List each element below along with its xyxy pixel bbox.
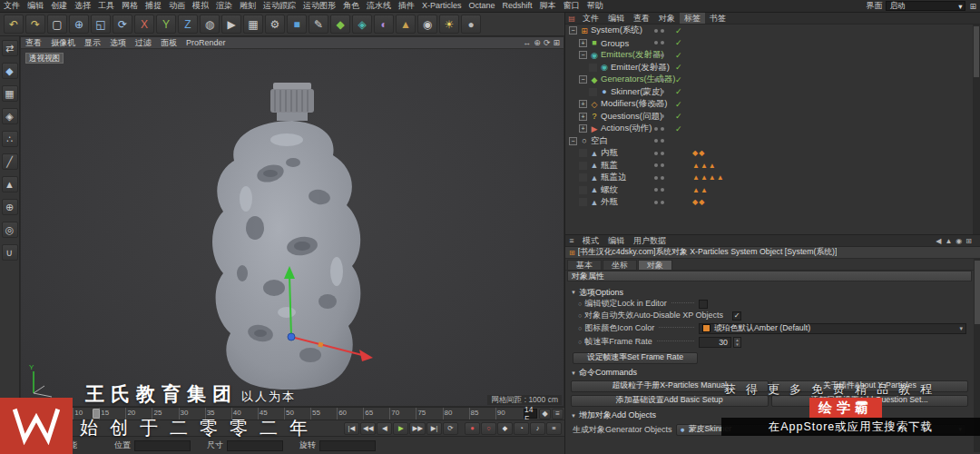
menu-item[interactable]: 脚本 xyxy=(536,0,560,12)
workplane-mode-icon[interactable]: ◈ xyxy=(2,108,18,124)
keyframe-interpolation-icon[interactable]: ◔ xyxy=(514,422,529,435)
next-frame-icon[interactable]: ▶▶ xyxy=(409,422,426,435)
timeline-tick[interactable]: 30 xyxy=(179,408,205,419)
group-commands[interactable]: ▼ 命令Commands xyxy=(565,368,974,379)
menu-item[interactable]: 网格 xyxy=(118,0,142,12)
expand-toggle-icon[interactable] xyxy=(589,88,597,96)
world-coords-icon[interactable]: ◍ xyxy=(200,15,220,34)
anim-dot-icon[interactable]: ○ xyxy=(578,339,582,345)
enabled-check-icon[interactable]: ✓ xyxy=(675,112,682,121)
object-tree-row[interactable]: − ⊞ System(系统) ✓ xyxy=(565,25,974,37)
attribute-tab[interactable]: 对象 xyxy=(638,260,672,270)
object-tags[interactable]: ▲▲▲ xyxy=(692,162,717,170)
timeline-tick[interactable]: 70 xyxy=(389,408,416,419)
zoom-view-icon[interactable]: ⊕ xyxy=(534,38,541,47)
keyframe-position-icon[interactable]: ◆ xyxy=(497,422,513,435)
scale-icon[interactable]: ◱ xyxy=(91,15,111,34)
move-icon[interactable]: ⊕ xyxy=(69,15,89,34)
deformer-icon[interactable]: ◐ xyxy=(374,15,394,34)
object-tree-row[interactable]: ● Skinner(蒙皮) ✓ xyxy=(565,86,974,99)
timeline-tick[interactable]: 50 xyxy=(284,408,310,419)
render-settings-icon[interactable]: ⚙ xyxy=(265,15,285,34)
object-tree-row[interactable]: − ◉ Emitters(发射器) ✓ xyxy=(565,49,974,62)
object-tags[interactable]: ▲▲▲▲ xyxy=(692,173,725,182)
camera-icon[interactable]: ◉ xyxy=(417,15,437,34)
menu-item[interactable]: 动画 xyxy=(165,0,189,12)
generator-nurbs-icon[interactable]: ◆ xyxy=(330,15,350,34)
visibility-dots[interactable] xyxy=(654,152,664,155)
am-menu-item[interactable]: 用户数据 xyxy=(629,235,671,246)
command-button[interactable]: 关于插件About X-Particles xyxy=(771,380,969,392)
rotate-view-icon[interactable]: ⟳ xyxy=(544,38,551,47)
visibility-dots[interactable] xyxy=(654,201,664,204)
expand-toggle-icon[interactable]: − xyxy=(579,51,587,59)
edges-mode-icon[interactable]: ╱ xyxy=(2,153,18,170)
timeline-tick[interactable]: 90 xyxy=(495,408,522,419)
timeline-tick[interactable]: 65 xyxy=(363,408,389,419)
current-frame-field[interactable]: 14 F xyxy=(524,409,537,419)
enabled-check-icon[interactable]: ✓ xyxy=(675,87,682,96)
visibility-dots[interactable] xyxy=(654,127,664,131)
light-icon[interactable]: ☀ xyxy=(439,15,459,34)
object-tree-row[interactable]: − ◆ Generators(生成器) ✓ xyxy=(565,74,974,86)
material-menu-item[interactable]: 创建 xyxy=(5,439,31,451)
expand-toggle-icon[interactable]: + xyxy=(579,39,587,47)
menu-item[interactable]: 模拟 xyxy=(189,0,212,12)
timeline-tick[interactable]: 45 xyxy=(258,408,284,419)
object-manager-tab[interactable]: 书签 xyxy=(705,13,730,24)
group-options[interactable]: ▼ 选项Options xyxy=(565,287,974,298)
expand-toggle-icon[interactable]: − xyxy=(579,75,587,84)
anim-dot-icon[interactable]: ○ xyxy=(578,325,582,331)
object-tree-row[interactable]: + ? Questions(问题) ✓ xyxy=(565,111,974,123)
coord-field[interactable] xyxy=(319,440,376,451)
icon-color-dropdown[interactable]: 琥珀色默认Amber (Default) ▾ xyxy=(699,323,966,334)
expand-toggle-icon[interactable]: + xyxy=(579,113,587,121)
expand-toggle-icon[interactable] xyxy=(579,149,587,157)
visibility-dots[interactable] xyxy=(654,188,664,192)
viewport-menu-item[interactable]: 查看 xyxy=(21,37,46,48)
live-selection-icon[interactable]: ▢ xyxy=(47,15,67,34)
redo-icon[interactable]: ↷ xyxy=(25,15,45,34)
visibility-dots[interactable] xyxy=(654,78,664,82)
object-manager-tab[interactable]: 编辑 xyxy=(603,13,629,24)
material-icon[interactable]: ● xyxy=(461,15,481,34)
enabled-check-icon[interactable]: ✓ xyxy=(675,26,682,35)
viewport-menu-item[interactable]: 选项 xyxy=(105,37,131,48)
spinner-icon[interactable]: ▲▼ xyxy=(733,337,741,348)
visibility-dots[interactable] xyxy=(654,139,664,143)
environment-icon[interactable]: ▲ xyxy=(396,15,416,34)
visibility-dots[interactable] xyxy=(654,54,664,57)
visibility-dots[interactable] xyxy=(654,163,664,167)
timeline-ruler[interactable]: 051015202530354045505560657075808590 xyxy=(20,408,522,419)
coord-field[interactable] xyxy=(227,440,283,451)
record-icon[interactable]: ● xyxy=(465,422,480,435)
object-tags[interactable]: ▲▲ xyxy=(692,186,709,194)
object-tree-row[interactable]: ▲ 内瓶 ◆◆ xyxy=(565,147,974,160)
viewport-menu-item[interactable]: 面板 xyxy=(156,37,181,48)
object-tree-row[interactable]: ▲ 外瓶 ◆◆ xyxy=(565,196,974,209)
autokey-icon[interactable]: ○ xyxy=(481,422,496,435)
timeline-tick[interactable]: 55 xyxy=(310,408,337,419)
menu-item[interactable]: 创建 xyxy=(47,0,71,12)
previous-frame-icon[interactable]: ◀ xyxy=(377,422,392,435)
previous-key-icon[interactable]: ◀◀ xyxy=(360,422,377,435)
expand-toggle-icon[interactable] xyxy=(589,64,597,72)
attribute-tab[interactable]: 基本 xyxy=(567,260,602,270)
object-manager-tab[interactable]: 对象 xyxy=(654,13,680,24)
menu-item[interactable]: 运动图形 xyxy=(299,0,339,12)
timeline-tick[interactable]: 85 xyxy=(469,408,495,419)
lock-icon[interactable]: ◉ xyxy=(956,237,962,245)
coord-field[interactable] xyxy=(134,440,191,451)
visibility-dots[interactable] xyxy=(654,90,664,94)
object-tree-row[interactable]: ▲ 瓶盖边 ▲▲▲▲ xyxy=(565,172,974,184)
am-menu-item[interactable]: 模式 xyxy=(578,235,603,246)
visibility-dots[interactable] xyxy=(654,103,664,106)
split-view-icon[interactable]: ⊞ xyxy=(965,237,972,245)
viewport-menu-item[interactable]: ProRender xyxy=(181,37,230,48)
expand-toggle-icon[interactable]: + xyxy=(579,124,587,133)
command-button[interactable]: 添加基础设置Add Basic Setup xyxy=(571,395,769,407)
menu-item[interactable]: Redshift xyxy=(499,0,536,12)
lock-z-icon[interactable]: Z xyxy=(178,15,198,34)
sound-icon[interactable]: ♪ xyxy=(530,422,545,435)
expand-toggle-icon[interactable] xyxy=(579,162,587,170)
